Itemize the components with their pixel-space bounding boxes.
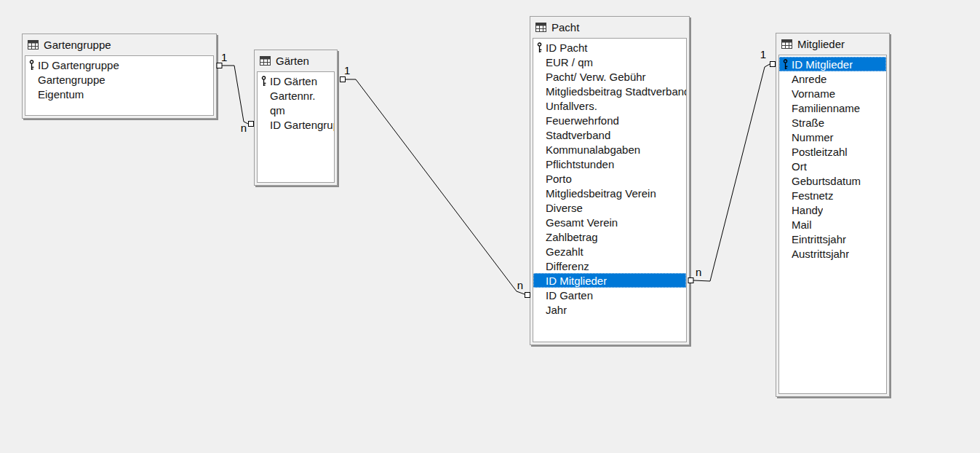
cardinality-label-many: n bbox=[241, 122, 247, 134]
relation-anchor-many[interactable] bbox=[525, 293, 530, 298]
relation-anchor-one[interactable] bbox=[770, 62, 776, 67]
relation-line[interactable] bbox=[222, 66, 248, 124]
relation-mitglieder-pacht[interactable]: n 1 bbox=[688, 48, 776, 283]
relationship-design-canvas[interactable]: GartengruppeID GartengruppeGartengruppeE… bbox=[0, 0, 980, 453]
relation-anchor-many[interactable] bbox=[249, 122, 254, 127]
relation-line[interactable] bbox=[346, 79, 525, 294]
cardinality-label-many: n bbox=[517, 279, 523, 291]
cardinality-label-one: 1 bbox=[760, 48, 766, 60]
relation-gartengruppe-gaerten[interactable]: 1 n bbox=[217, 51, 254, 134]
relations-layer: 1 n 1 n n 1 bbox=[0, 0, 980, 453]
cardinality-label-one: 1 bbox=[221, 51, 227, 63]
relation-anchor-one[interactable] bbox=[340, 77, 346, 82]
relation-anchor-one[interactable] bbox=[217, 63, 222, 68]
relation-line[interactable] bbox=[693, 64, 770, 281]
cardinality-label-many: n bbox=[696, 266, 701, 278]
cardinality-label-one: 1 bbox=[344, 64, 350, 76]
relation-gaerten-pacht[interactable]: 1 n bbox=[340, 64, 530, 298]
relation-anchor-many[interactable] bbox=[688, 278, 693, 283]
